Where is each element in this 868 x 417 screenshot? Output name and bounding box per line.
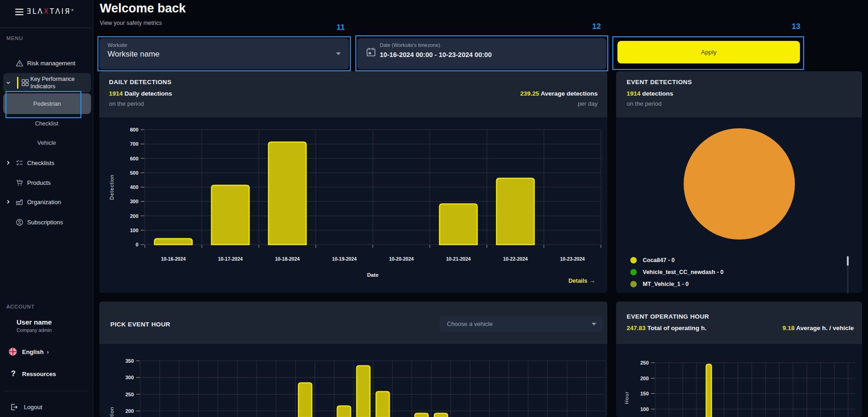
menu-section-label: MENU: [6, 35, 23, 41]
checklist-icon: [16, 159, 23, 167]
sidebar-item-label: Pedestrian: [3, 101, 91, 107]
logout-button[interactable]: Logout: [0, 401, 93, 413]
daily-average-metric: 239.25 Average detections: [520, 90, 598, 97]
daily-total-sub: on the period: [109, 100, 144, 107]
details-link[interactable]: Details →: [542, 277, 595, 284]
bar-vehicle: [706, 364, 712, 417]
svg-text:350: 350: [126, 358, 134, 364]
daily-detections-header: DAILY DETECTIONS 1914 Daily detections o…: [99, 71, 607, 117]
shopping-cart-icon: [16, 179, 23, 187]
sidebar: ƎLΛXTΛIЯ® MENU Risk management Key Perfo…: [0, 0, 93, 417]
factory-icon: [16, 198, 23, 206]
worksite-select-label: Worksite: [108, 42, 127, 48]
sidebar-item-label: Key PerformanceIndicators: [30, 75, 75, 90]
chevron-right-icon: ›: [47, 349, 49, 355]
svg-text:Hour: Hour: [624, 391, 629, 404]
svg-text:200: 200: [640, 376, 649, 381]
pick-event-hour-bar-chart: 50100150200250300350Detection: [99, 344, 607, 417]
user-role: Company admin: [17, 327, 51, 333]
logo-row: ƎLΛXTΛIЯ®: [0, 4, 93, 20]
legend-item[interactable]: MT_Vehicle_1 - 0: [630, 281, 689, 287]
legend-item[interactable]: Vehicle_test_CC_newdash - 0: [630, 269, 724, 275]
svg-text:700: 700: [130, 141, 138, 147]
scrollbar-thumb[interactable]: [847, 256, 849, 266]
chevron-down-icon: [6, 80, 11, 85]
sidebar-item-label: Checklists: [27, 160, 54, 166]
legend-label: Coca847 - 0: [643, 257, 674, 263]
sidebar-divider: [0, 28, 93, 28]
date-range-field[interactable]: Date (Worksite's timezone) 10-16-2024 00…: [357, 38, 606, 69]
legend-scrollbar[interactable]: [847, 256, 849, 294]
person-circle-icon: [16, 218, 23, 226]
chevron-down-icon: [592, 323, 596, 326]
legend-color-dot: [630, 269, 637, 275]
sidebar-item-products[interactable]: Products: [0, 176, 93, 189]
sidebar-item-pedestrian[interactable]: Pedestrian: [3, 93, 91, 114]
sidebar-item-checklist[interactable]: Checklist: [0, 117, 93, 130]
sidebar-item-checklists[interactable]: Checklists: [0, 156, 93, 169]
active-accent-bar: [17, 77, 18, 89]
language-selector[interactable]: English›: [0, 346, 93, 358]
svg-text:300: 300: [130, 199, 138, 204]
vehicle-select-placeholder: Choose a vehicle: [447, 320, 493, 327]
svg-text:100: 100: [640, 406, 649, 412]
panel-title: EVENT OPERATING HOUR: [627, 313, 709, 320]
vehicle-select[interactable]: Choose a vehicle: [440, 316, 603, 332]
sidebar-item-subscriptions[interactable]: Subscriptions: [0, 216, 93, 228]
sidebar-item-label: Products: [27, 179, 51, 186]
legend-color-dot: [630, 281, 637, 287]
legend-color-dot: [630, 257, 637, 263]
sidebar-item-risk-management[interactable]: Risk management: [0, 55, 93, 71]
blaxtair-logo: ƎLΛXTΛIЯ®: [27, 7, 74, 16]
svg-text:150: 150: [640, 391, 649, 396]
calendar-icon: [366, 47, 376, 57]
language-label: English›: [22, 348, 49, 355]
bar-10-16-2024: [154, 239, 192, 245]
bar-10-21-2024: [440, 204, 477, 245]
arrow-right-icon: →: [589, 277, 595, 284]
resources-label: Ressources: [22, 371, 56, 377]
event-total-sub: on the period: [627, 100, 662, 107]
sidebar-item-key-performance-indicators[interactable]: Key PerformanceIndicators: [3, 73, 91, 92]
kpi-grid-icon: [21, 79, 29, 86]
operating-average-metric: 9.18 Average h. / vehicle: [782, 325, 854, 331]
chevron-right-icon: [6, 160, 11, 165]
uk-flag-icon: [9, 348, 17, 356]
bar-hour-10: [337, 406, 351, 417]
logout-label: Logout: [24, 404, 42, 411]
hamburger-menu-icon[interactable]: [15, 9, 23, 15]
user-name: User name: [17, 318, 52, 326]
svg-text:250: 250: [126, 392, 134, 397]
svg-text:300: 300: [126, 375, 134, 380]
worksite-select[interactable]: Worksite Worksite name: [99, 38, 349, 69]
svg-text:10-16-2024: 10-16-2024: [161, 256, 186, 262]
event-total-metric: 1914 detections: [627, 90, 673, 97]
svg-text:10-17-2024: 10-17-2024: [218, 256, 243, 262]
svg-text:400: 400: [130, 184, 138, 190]
resources-link[interactable]: ? Ressources: [0, 368, 93, 380]
svg-text:Detection: Detection: [109, 174, 114, 200]
date-field-value: 10-16-2024 00:00 - 10-23-2024 00:00: [380, 51, 491, 58]
bar-hour-8: [298, 383, 312, 417]
sidebar-item-organization[interactable]: Organization: [0, 195, 93, 208]
daily-total-metric: 1914 Daily detections: [109, 90, 172, 97]
svg-text:0: 0: [136, 242, 138, 247]
legend-item[interactable]: Coca847 - 0: [630, 257, 674, 263]
daily-detections-bar-chart: 010020030040050060070080010-16-202410-17…: [99, 117, 607, 293]
svg-text:10-19-2024: 10-19-2024: [332, 256, 357, 262]
logout-icon: [10, 403, 18, 411]
svg-text:10-23-2024: 10-23-2024: [560, 256, 585, 262]
sidebar-item-vehicle[interactable]: Vehicle: [0, 137, 93, 149]
daily-average-sub: per day: [578, 100, 598, 107]
annotation-label-11: 11: [329, 23, 345, 32]
svg-text:500: 500: [130, 170, 138, 176]
legend-label: MT_Vehicle_1 - 0: [643, 281, 689, 287]
account-section-label: ACCOUNT: [6, 304, 34, 309]
sidebar-item-label: Checklist: [0, 120, 93, 127]
bar-hour-11: [357, 366, 370, 417]
bar-10-22-2024: [497, 178, 534, 245]
panel-title: PICK EVENT HOUR: [110, 321, 171, 328]
event-operating-hour-header: EVENT OPERATING HOUR 247.83 Total of ope…: [616, 302, 862, 344]
apply-button[interactable]: Apply: [617, 41, 800, 63]
bar-10-17-2024: [211, 185, 249, 245]
